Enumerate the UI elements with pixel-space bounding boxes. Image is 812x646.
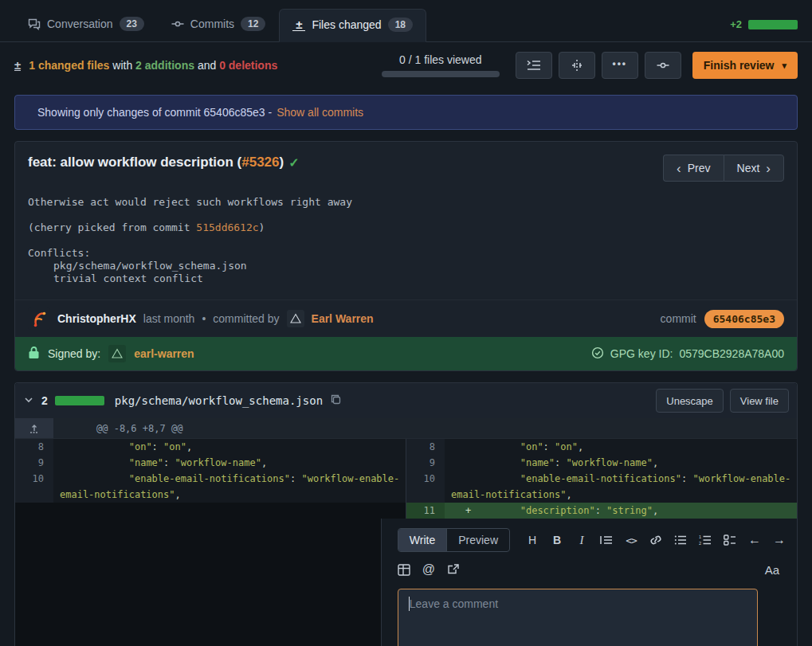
preview-tab[interactable]: Preview (446, 529, 509, 551)
ci-success-icon[interactable]: ✓ (288, 155, 299, 170)
commit-select-button[interactable] (645, 52, 681, 79)
commits-icon (171, 18, 184, 30)
changed-files-count: 1 changed files (29, 59, 109, 72)
tab-files-changed[interactable]: ± Files changed 18 (279, 9, 426, 42)
quote-icon[interactable] (600, 533, 613, 547)
committer-avatar[interactable] (287, 310, 304, 327)
total-additions: +2 (730, 18, 742, 30)
additions-count: 2 additions (135, 59, 194, 72)
line-code: "enable-email-notifications": "workflow-… (445, 471, 797, 503)
chevron-left-icon: ‹ (677, 162, 681, 175)
diff-left-line-9: 9 "name": "workflow-name", (15, 455, 406, 471)
conversation-icon (28, 18, 41, 30)
commit-nav: ‹ Prev Next › (663, 155, 784, 182)
format-toolbar: H B I <> (526, 533, 786, 547)
write-tab[interactable]: Write (398, 529, 446, 551)
collapse-file-icon[interactable] (23, 394, 34, 408)
diff-options-button[interactable]: ••• (602, 52, 638, 79)
commit-title: feat: allow workflow description (#5326)… (28, 155, 300, 170)
line-number[interactable]: 10 (406, 471, 445, 503)
indent-right-icon[interactable]: → (773, 533, 786, 547)
next-commit-button[interactable]: Next › (724, 155, 784, 182)
line-number[interactable]: 9 (406, 455, 445, 471)
diff-icon: ± (292, 18, 305, 31)
files-viewed-progress: 0 / 1 files viewed (382, 53, 500, 77)
diff-actions: 0 / 1 files viewed ••• (382, 52, 798, 79)
file-tree-toggle-button[interactable] (516, 52, 552, 79)
line-number[interactable]: 11 (406, 503, 445, 519)
finish-review-button[interactable]: Finish review ▾ (692, 52, 798, 79)
link-icon[interactable] (649, 533, 662, 547)
signer-name-link[interactable]: earl-warren (134, 347, 194, 360)
file-diff-stat-bar (55, 396, 104, 405)
issue-link[interactable]: #5326 (241, 155, 279, 170)
pr-files-changed-page: Conversation 23 Commits 12 ± Files chang… (0, 0, 812, 646)
view-file-button[interactable]: View file (730, 389, 789, 413)
commit-filter-notice: Showing only changes of commit 65406c85e… (14, 95, 798, 130)
heading-icon[interactable]: H (526, 533, 539, 547)
table-icon[interactable] (398, 562, 410, 577)
line-number[interactable]: 8 (406, 439, 445, 455)
unescape-button[interactable]: Unescape (656, 389, 724, 413)
bold-icon[interactable]: B (551, 533, 563, 547)
ellipsis-icon: ••• (612, 58, 627, 69)
comment-input[interactable] (398, 589, 757, 646)
show-all-commits-link[interactable]: Show all commits (277, 106, 363, 119)
line-number[interactable]: 10 (15, 471, 53, 503)
expand-hunk-button[interactable] (15, 418, 53, 438)
gpg-key-block: GPG key ID: 0579CB2928A78A00 (591, 346, 784, 362)
tab-label: Files changed (312, 18, 381, 31)
verified-icon (591, 346, 604, 362)
commit-message-body: Otherwise act would reject such workflow… (15, 185, 797, 300)
signed-commit-bar: Signed by: earl-warren GPG key ID: 0579C… (15, 337, 797, 370)
changed-files-summary: ± 1 changed files with 2 additions and 0… (14, 59, 277, 72)
tab-commits[interactable]: Commits 12 (158, 8, 280, 41)
hunk-header-text: @@ -8,6 +8,7 @@ (53, 418, 182, 438)
task-list-icon[interactable] (724, 533, 736, 547)
diff-row: 10 "enable-email-notifications": "workfl… (15, 471, 797, 503)
indent-left-icon[interactable]: ← (748, 533, 761, 547)
signer-avatar[interactable] (108, 345, 126, 362)
cherry-pick-hash-link[interactable]: 515dd6612c (196, 221, 258, 233)
line-number[interactable]: 8 (15, 439, 53, 455)
bullet-list-icon[interactable] (674, 533, 687, 547)
split-view-toggle-button[interactable] (559, 52, 595, 79)
commit-hash-badge[interactable]: 65406c85e3 (704, 310, 784, 328)
diff-left-empty (15, 519, 381, 646)
diff-left-line-10: 10 "enable-email-notifications": "workfl… (15, 471, 406, 503)
commit-info-box: feat: allow workflow description (#5326)… (14, 141, 798, 371)
tab-conversation[interactable]: Conversation 23 (14, 8, 158, 41)
svg-text:1: 1 (699, 534, 701, 539)
author-avatar[interactable] (28, 307, 50, 330)
commit-message-line: (cherry picked from commit 515dd6612c) (28, 221, 784, 234)
conflict-file: pkg/schema/workflow_schema.json (28, 260, 784, 272)
conflict-note: trivial context conflict (28, 272, 784, 285)
numbered-list-icon[interactable]: 1 2 (699, 533, 712, 547)
line-number[interactable]: 9 (15, 455, 53, 471)
commit-label: commit (661, 312, 696, 325)
diff-row: 9 "name": "workflow-name",9 "name": "wor… (15, 455, 797, 471)
files-viewed-label: 0 / 1 files viewed (399, 53, 482, 66)
diff-stat-bar (748, 20, 798, 29)
editor-toolbar-row1: Write Preview H B I <> (398, 528, 786, 552)
commit-header: feat: allow workflow description (#5326)… (15, 142, 797, 185)
conflicts-label: Conflicts: (28, 247, 784, 260)
author-name[interactable]: ChristopherHX (57, 312, 136, 325)
prev-commit-button[interactable]: ‹ Prev (663, 155, 723, 182)
italic-icon[interactable]: I (575, 533, 588, 547)
copy-path-icon[interactable] (330, 393, 342, 408)
tab-count-badge: 23 (120, 17, 144, 31)
summary-text: with (112, 59, 132, 72)
code-icon[interactable]: <> (625, 533, 637, 547)
font-toggle-button[interactable]: Aa (765, 563, 786, 577)
comment-textarea-wrap (398, 589, 758, 646)
mention-icon[interactable]: @ (422, 562, 435, 577)
reference-icon[interactable] (447, 562, 460, 577)
svg-text:2: 2 (699, 541, 701, 546)
tab-label: Commits (190, 18, 234, 30)
file-name[interactable]: pkg/schema/workflow_schema.json (115, 394, 323, 407)
diff-right-line-8: 8 "on": "on", (406, 439, 797, 455)
lock-icon (28, 346, 40, 362)
committer-name[interactable]: Earl Warren (312, 312, 374, 325)
chevron-right-icon: › (766, 162, 771, 175)
